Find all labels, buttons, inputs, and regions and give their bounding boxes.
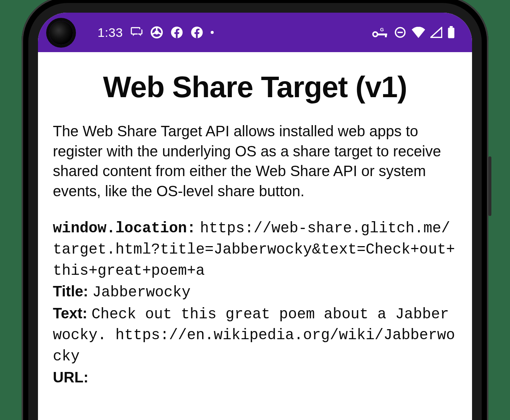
page-description: The Web Share Target API allows installe… <box>53 121 457 201</box>
facebook-icon-2 <box>191 26 203 39</box>
location-label: window.location: <box>53 220 196 237</box>
wifi-icon <box>412 27 425 38</box>
phone-frame: 1:33 <box>22 0 488 420</box>
facebook-icon <box>170 26 183 39</box>
svg-rect-10 <box>448 28 455 38</box>
chrome-icon <box>150 26 163 39</box>
svg-point-1 <box>155 30 159 34</box>
page-content: Web Share Target (v1) The Web Share Targ… <box>38 52 472 388</box>
status-left: 1:33 <box>98 25 214 40</box>
svg-rect-6 <box>385 34 387 37</box>
title-row: Title: Jabberwocky <box>53 281 457 303</box>
text-label: Text: <box>53 305 87 321</box>
page-title: Web Share Target (v1) <box>53 70 457 104</box>
text-value: Check out this great poem about a Jabber… <box>53 306 455 365</box>
front-camera <box>49 21 73 45</box>
battery-icon <box>447 26 455 39</box>
overflow-dot-icon <box>211 31 214 34</box>
side-button <box>488 156 491 216</box>
do-not-disturb-icon <box>394 26 407 39</box>
svg-text:G: G <box>380 27 384 32</box>
url-row: URL: <box>53 368 457 389</box>
status-clock: 1:33 <box>98 25 123 40</box>
text-row: Text: Check out this great poem about a … <box>53 303 457 367</box>
location-row: window.location: https://web-share.glitc… <box>53 217 457 281</box>
svg-rect-11 <box>450 26 453 28</box>
cell-signal-icon <box>430 27 442 38</box>
status-bar: 1:33 <box>38 13 472 52</box>
title-label: Title: <box>53 283 88 299</box>
phone-screen: 1:33 <box>38 13 472 420</box>
title-value: Jabberwocky <box>92 284 191 301</box>
status-right: G <box>372 26 455 39</box>
messages-icon <box>130 26 143 39</box>
url-label: URL: <box>53 369 89 385</box>
vpn-key-icon: G <box>372 27 389 38</box>
phone-bezel: 1:33 <box>28 3 482 420</box>
